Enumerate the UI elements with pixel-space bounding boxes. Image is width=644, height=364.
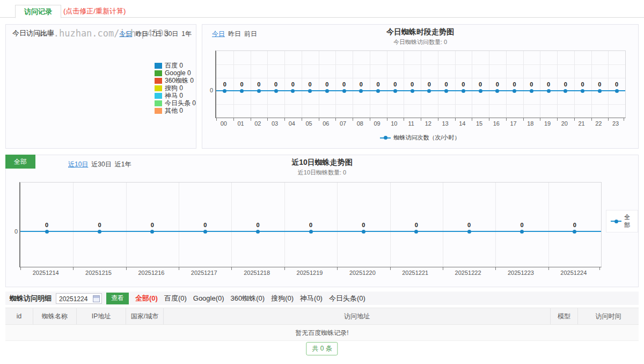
daily-period-tabs: 近10日近30日近1年: [65, 160, 131, 169]
spider-filters: 全部(0)百度(0)Google(0)360蜘蛛(0)搜狗(0)神马(0)今日头…: [135, 294, 372, 303]
legend-swatch-icon: [155, 93, 162, 99]
data-point-label: 0: [303, 222, 319, 228]
data-point: [495, 89, 499, 93]
calendar-icon[interactable]: [93, 295, 100, 302]
pie-tab-1[interactable]: 昨日: [135, 30, 148, 38]
pie-legend-item-0[interactable]: 百度 0: [155, 62, 196, 69]
x-tick-label: 20251224: [550, 270, 598, 276]
view-button[interactable]: 查看: [106, 293, 129, 304]
data-point: [203, 230, 207, 234]
data-point: [615, 89, 619, 93]
hour-tab-2[interactable]: 前日: [244, 30, 257, 38]
data-point-label: 0: [285, 81, 301, 88]
daily-tab-1[interactable]: 近30日: [91, 161, 111, 168]
hour-tab-0[interactable]: 今日: [212, 30, 225, 38]
data-point-label: 0: [144, 222, 160, 228]
pie-tab-2[interactable]: 7日: [151, 30, 162, 38]
data-point: [530, 89, 533, 93]
data-point-label: 0: [250, 222, 266, 228]
data-point: [362, 230, 365, 234]
gridline: [179, 183, 179, 267]
x-tick-label: 20251221: [391, 270, 440, 276]
data-point: [150, 230, 154, 234]
data-point: [462, 89, 465, 93]
hour-series-legend[interactable]: 蜘蛛访问次数（次/小时）: [202, 134, 638, 142]
data-point-label: 0: [591, 81, 608, 88]
data-point-label: 0: [507, 81, 523, 88]
data-point: [309, 230, 313, 234]
legend-swatch-icon: [155, 70, 162, 76]
data-point-label: 0: [336, 81, 352, 88]
legend-swatch-icon: [155, 108, 162, 114]
data-point: [45, 230, 49, 234]
data-point-label: 0: [472, 81, 488, 88]
data-point: [376, 89, 380, 93]
spider-detail-bar: 蜘蛛访问明细 查看 全部(0)百度(0)Google(0)360蜘蛛(0)搜狗(…: [5, 292, 639, 305]
pie-tab-3[interactable]: 30日: [165, 30, 178, 38]
pie-legend-label: 其他 0: [165, 106, 183, 115]
gridline: [73, 183, 74, 267]
gridline: [284, 183, 285, 267]
pie-tab-4[interactable]: 1年: [181, 30, 192, 38]
data-point-label: 0: [217, 81, 233, 88]
data-point-label: 0: [567, 222, 583, 228]
data-point: [573, 230, 576, 234]
spider-filter-1[interactable]: 百度(0): [164, 294, 187, 303]
data-point: [98, 230, 101, 234]
gridline: [443, 183, 443, 267]
gridline: [390, 183, 391, 267]
data-point: [564, 89, 567, 93]
legend-swatch-icon: [155, 85, 162, 91]
page: 访问记录 (点击修正/重新计算) www.huzhan.com/ishop459…: [0, 0, 644, 364]
daily-series-legend[interactable]: 全部: [606, 210, 638, 232]
data-point-label: 0: [408, 222, 425, 228]
x-tick-label: 20251219: [286, 270, 334, 276]
data-point-label: 0: [387, 81, 403, 88]
data-point-label: 0: [558, 81, 574, 88]
data-point-label: 0: [609, 81, 625, 88]
pie-legend-item-6[interactable]: 其他 0: [155, 107, 196, 114]
spider-filter-5[interactable]: 神马(0): [300, 294, 323, 303]
pie-panel-title: 今日访问比率: [12, 28, 54, 38]
spider-filter-4[interactable]: 搜狗(0): [271, 294, 294, 303]
data-point-label: 0: [404, 81, 420, 88]
data-point: [479, 89, 482, 93]
data-point-label: 0: [302, 81, 318, 88]
detail-table-header: id蜘蛛名称IP地址国家/城市访问地址模型访问时间: [5, 308, 639, 325]
data-point-label: 0: [234, 81, 250, 88]
spider-filter-0[interactable]: 全部(0): [135, 294, 158, 303]
date-box: [56, 293, 102, 304]
pie-tab-0[interactable]: 今日: [119, 30, 132, 38]
pie-period-tabs: 今日昨日7日30日1年: [116, 30, 192, 39]
data-point: [291, 89, 295, 93]
data-point-label: 0: [455, 81, 471, 88]
daily-x-axis-labels: 2025121420251215202512162025121720251218…: [19, 270, 602, 277]
data-point: [325, 89, 329, 93]
pie-legend-label: 百度 0: [165, 61, 183, 70]
spider-filter-2[interactable]: Google(0): [193, 294, 224, 302]
data-point-label: 0: [319, 81, 335, 88]
spider-filter-3[interactable]: 360蜘蛛(0): [231, 294, 265, 303]
data-point: [393, 89, 397, 93]
tab-visit-records[interactable]: 访问记录: [15, 5, 61, 18]
empty-state-row: 暂无百度蜘蛛记录!: [5, 325, 639, 341]
data-point: [274, 89, 278, 93]
hour-tab-1[interactable]: 昨日: [228, 30, 241, 38]
daily-tab-2[interactable]: 近1年: [115, 161, 131, 168]
daily-tab-0[interactable]: 近10日: [68, 161, 88, 168]
data-point: [467, 230, 471, 234]
data-point-label: 0: [251, 81, 267, 88]
data-point-label: 0: [421, 81, 437, 88]
pie-legend: 百度 0Google 0360蜘蛛 0搜狗 0神马 0今日头条 0其他 0: [155, 62, 196, 114]
x-tick-label: 20251216: [127, 270, 175, 276]
x-tick-label: 20251218: [233, 270, 281, 276]
line-series-marker-icon: [380, 137, 391, 139]
gridline: [231, 183, 232, 267]
data-point: [444, 89, 448, 93]
data-point: [342, 89, 346, 93]
recalculate-link[interactable]: (点击修正/重新计算): [63, 6, 126, 16]
gridline: [548, 183, 549, 267]
data-point: [359, 89, 363, 93]
spider-filter-6[interactable]: 今日头条(0): [329, 294, 365, 303]
all-spiders-badge[interactable]: 全部: [5, 155, 35, 169]
